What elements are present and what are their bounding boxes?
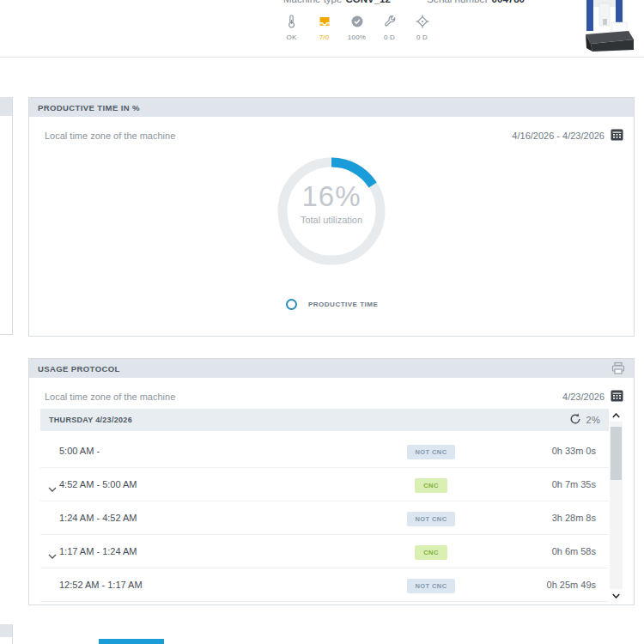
machine-status-indicators: OK 7/0 100% 0 D 0 D: [280, 15, 434, 41]
row-chevron-icon[interactable]: [48, 547, 57, 562]
row-duration: 0h 7m 35s: [552, 479, 596, 489]
usage-protocol-panel-header: USAGE PROTOCOL: [29, 359, 634, 378]
utilization-donut-chart: 16% Total utilization: [271, 151, 392, 271]
day-group-header: THURSDAY 4/23/2026 2%: [40, 409, 609, 431]
row-duration: 0h 6m 58s: [552, 546, 596, 556]
usage-protocol-panel: USAGE PROTOCOL Local time zone of the ma…: [28, 358, 635, 605]
left-cutoff-panel: [0, 97, 13, 335]
row-time: 4:52 AM - 5:00 AM: [59, 479, 137, 489]
thermometer-icon: [285, 15, 298, 28]
print-icon[interactable]: [611, 361, 625, 375]
scrollbar[interactable]: [610, 409, 623, 602]
date-range-picker[interactable]: 4/16/2026 - 4/23/2026: [512, 128, 623, 143]
usage-rows: 5:00 AM - NOT CNC 0h 33m 0s 4:52 AM - 5:…: [40, 434, 609, 602]
machine-type-label: Machine type: [283, 0, 342, 4]
usage-protocol-title: USAGE PROTOCOL: [38, 364, 120, 374]
bottom-cutoff-chart-bar: [99, 639, 164, 644]
wrench-icon: [383, 15, 397, 28]
status-messages[interactable]: 7/0: [313, 15, 336, 41]
axis-icon: [416, 15, 429, 28]
calendar-icon[interactable]: [611, 128, 623, 143]
status-calibration-label: 0 D: [416, 33, 428, 41]
row-time: 12:52 AM - 1:17 AM: [59, 580, 143, 590]
refresh-control[interactable]: 2%: [569, 413, 601, 427]
row-time: 1:24 AM - 4:52 AM: [59, 513, 137, 523]
scroll-up-button[interactable]: [610, 409, 623, 422]
legend-productive-time[interactable]: PRODUCTIVE TIME: [286, 299, 378, 310]
usage-row: 12:52 AM - 1:17 AM NOT CNC 0h 25m 49s: [40, 568, 609, 602]
status-availability[interactable]: 100%: [345, 15, 368, 41]
timezone-note-usage: Local time zone of the machine: [45, 392, 175, 402]
left-cutoff-panel-bottom-header: [0, 624, 12, 637]
machine-type: Machine typeCONV_12: [283, 0, 391, 4]
status-temperature-label: OK: [287, 33, 297, 41]
total-utilization-label: Total utilization: [271, 215, 392, 225]
serial-number-value: 004780: [492, 0, 525, 4]
row-badge: NOT CNC: [407, 579, 456, 593]
left-cutoff-panel-bottom: [0, 624, 13, 644]
status-messages-label: 7/0: [319, 33, 330, 41]
status-availability-label: 100%: [348, 33, 366, 41]
legend-ring-icon: [286, 299, 297, 310]
status-maintenance-label: 0 D: [384, 33, 395, 41]
machine-type-value: CONV_12: [345, 0, 390, 4]
productive-time-panel-header: PRODUCTIVE TIME IN %: [29, 98, 634, 117]
date-range-value: 4/16/2026 - 4/23/2026: [512, 131, 605, 141]
row-badge: NOT CNC: [407, 445, 456, 459]
usage-row[interactable]: 4:52 AM - 5:00 AM CNC 0h 7m 35s: [40, 468, 609, 501]
status-temperature[interactable]: OK: [280, 15, 303, 41]
calendar-icon[interactable]: [611, 389, 623, 404]
scroll-down-button[interactable]: [610, 589, 623, 602]
left-cutoff-panel-header: [0, 97, 12, 116]
date-value: 4/23/2026: [562, 392, 605, 402]
timezone-note: Local time zone of the machine: [45, 131, 175, 141]
row-badge: NOT CNC: [407, 512, 456, 526]
row-time: 5:00 AM -: [59, 446, 100, 456]
usage-row: 5:00 AM - NOT CNC 0h 33m 0s: [40, 434, 609, 468]
refresh-percentage: 2%: [586, 415, 601, 425]
row-duration: 3h 28m 8s: [552, 513, 596, 523]
usage-row: 1:24 AM - 4:52 AM NOT CNC 3h 28m 8s: [40, 501, 609, 535]
row-duration: 0h 25m 49s: [547, 580, 596, 590]
inbox-icon: [318, 15, 331, 28]
legend-label: PRODUCTIVE TIME: [308, 301, 378, 308]
row-time: 1:17 AM - 1:24 AM: [59, 546, 137, 556]
status-calibration[interactable]: 0 D: [410, 15, 434, 41]
row-chevron-icon[interactable]: [48, 480, 57, 495]
scrollbar-thumb[interactable]: [611, 427, 622, 480]
day-group-label: THURSDAY 4/23/2026: [49, 416, 132, 424]
row-badge: CNC: [415, 478, 447, 493]
refresh-icon: [569, 413, 581, 427]
serial-number-label: Serial number: [427, 0, 489, 4]
row-badge: CNC: [415, 545, 447, 560]
machine-photo: [580, 0, 637, 53]
top-header: Machine typeCONV_12 Serial number004780 …: [0, 0, 644, 58]
serial-number: Serial number004780: [427, 0, 525, 4]
row-duration: 0h 33m 0s: [552, 446, 596, 456]
status-maintenance[interactable]: 0 D: [378, 15, 401, 41]
check-circle-icon: [350, 15, 364, 28]
productive-time-panel: PRODUCTIVE TIME IN % Local time zone of …: [28, 97, 635, 337]
total-utilization-value: 16%: [271, 182, 392, 210]
date-picker[interactable]: 4/23/2026: [562, 389, 623, 404]
usage-row[interactable]: 1:17 AM - 1:24 AM CNC 0h 6m 58s: [40, 535, 609, 568]
productive-time-title: PRODUCTIVE TIME IN %: [38, 103, 140, 112]
